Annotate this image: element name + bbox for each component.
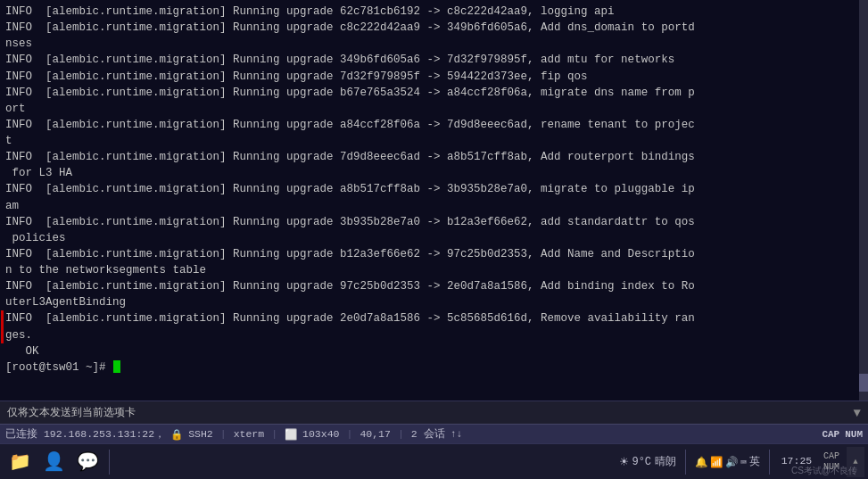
systray-network-icon: 🔔 (695, 456, 707, 468)
taskbar-separator-3 (769, 450, 770, 475)
systray-wifi-icon: 📶 (710, 456, 723, 468)
term-line-8: INFO [alembic.runtime.migration] Running… (5, 181, 863, 213)
scrollbar-thumb[interactable] (859, 374, 868, 392)
term-line-11: INFO [alembic.runtime.migration] Running… (5, 278, 863, 310)
cap-label: CAP (823, 451, 839, 462)
status-divider-1: | (220, 428, 227, 440)
term-line-1: INFO [alembic.runtime.migration] Running… (5, 4, 863, 20)
term-line-12-highlight: INFO [alembic.runtime.migration] Running… (1, 310, 863, 343)
taskbar-separator-2 (685, 450, 686, 475)
term-line-4: INFO [alembic.runtime.migration] Running… (5, 69, 863, 85)
terminal-content: INFO [alembic.runtime.migration] Running… (5, 4, 863, 376)
term-line-ok: OK (5, 343, 863, 359)
connection-status: 已连接 192.168.253.131:22， (5, 427, 165, 441)
term-line-10: INFO [alembic.runtime.migration] Running… (5, 246, 863, 278)
term-line-9: INFO [alembic.runtime.migration] Running… (5, 214, 863, 246)
systray-icons: 🔔 📶 🔊 ⌨ 英 (695, 455, 760, 468)
num-indicator: NUM (845, 429, 863, 440)
taskbar-separator (109, 450, 110, 475)
ssh-protocol-label: SSH2 (188, 428, 213, 440)
terminal-size: 103x40 (302, 428, 339, 440)
watermark: CS考试@不良传 (791, 465, 857, 477)
input-bar-dropdown-icon[interactable]: ▼ (854, 406, 861, 420)
input-bar-label: 仅将文本发送到当前选项卡 (7, 405, 854, 420)
size-icon: ⬜ (285, 428, 297, 441)
weather-icon: ☀️ (620, 453, 629, 471)
taskbar-weather: ☀️ 9°C 晴朗 (620, 453, 676, 471)
taskbar-icon-chat[interactable]: 💬 (71, 447, 103, 477)
terminal-cursor (113, 360, 120, 373)
terminal-type-label: xterm (234, 428, 265, 440)
term-prompt: [root@tsw01 ~]# (5, 359, 863, 376)
systray-sound-icon: 🔊 (725, 456, 738, 468)
term-line-3: INFO [alembic.runtime.migration] Running… (5, 52, 863, 68)
input-bar[interactable]: 仅将文本发送到当前选项卡 ▼ (0, 401, 868, 424)
weather-temp: 9°C (632, 456, 651, 468)
terminal-window[interactable]: INFO [alembic.runtime.migration] Running… (0, 0, 868, 401)
taskbar: 📁 👤 💬 ☀️ 9°C 晴朗 🔔 📶 🔊 ⌨ 英 17:25 CAP NUM … (0, 443, 868, 479)
ssh-protocol-icon: 🔒 (170, 428, 183, 441)
status-divider-4: | (398, 428, 404, 440)
session-count: 2 会话 (411, 427, 445, 441)
term-line-5: INFO [alembic.runtime.migration] Running… (5, 85, 863, 117)
terminal-scrollbar[interactable] (859, 0, 868, 401)
systray-kb-icon: ⌨ (740, 456, 747, 468)
taskbar-icon-folder[interactable]: 📁 (4, 447, 36, 477)
taskbar-icon-person[interactable]: 👤 (37, 447, 70, 477)
scroll-arrows[interactable]: ↑↓ (451, 428, 463, 440)
status-divider-2: | (271, 428, 277, 440)
cursor-position: 40,17 (360, 428, 391, 440)
cap-indicator: CAP (822, 429, 839, 440)
status-divider-3: | (346, 428, 352, 440)
term-line-6: INFO [alembic.runtime.migration] Running… (5, 117, 863, 149)
status-bar: 已连接 192.168.253.131:22， 🔒 SSH2 | xterm |… (0, 424, 868, 443)
term-line-7: INFO [alembic.runtime.migration] Running… (5, 149, 863, 181)
systray-lang-icon: 英 (749, 455, 760, 468)
term-line-2: INFO [alembic.runtime.migration] Running… (5, 20, 863, 52)
weather-condition: 晴朗 (655, 454, 676, 469)
